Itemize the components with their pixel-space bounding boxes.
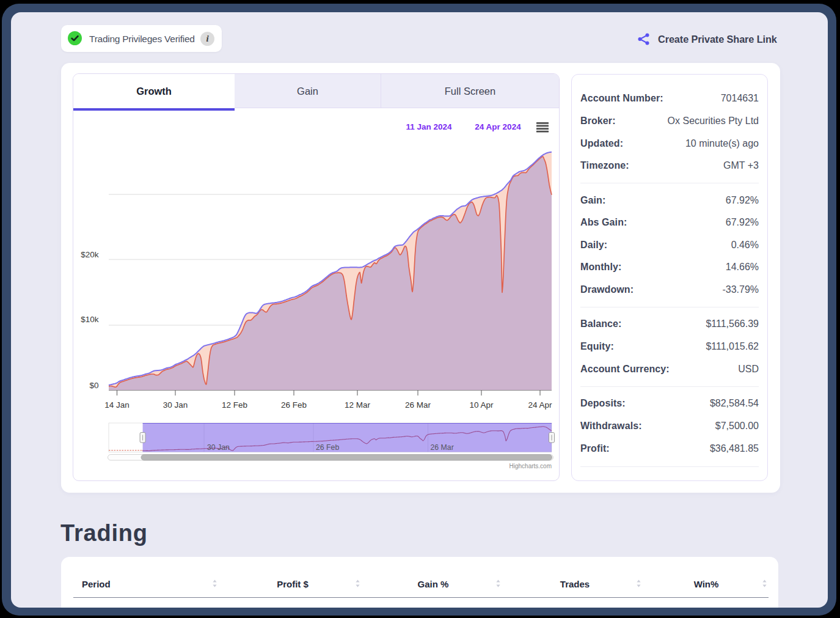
svg-text:11 Jan 2024: 11 Jan 2024 bbox=[406, 122, 452, 131]
svg-text:26 Feb: 26 Feb bbox=[316, 443, 339, 452]
svg-text:10 Apr: 10 Apr bbox=[469, 400, 494, 410]
svg-text:$0: $0 bbox=[89, 381, 98, 390]
svg-text:24 Apr 2024: 24 Apr 2024 bbox=[475, 122, 521, 131]
svg-text:24 Apr: 24 Apr bbox=[528, 400, 552, 410]
svg-text:26 Feb: 26 Feb bbox=[281, 400, 307, 410]
svg-text:$20k: $20k bbox=[81, 250, 99, 259]
svg-text:26 Mar: 26 Mar bbox=[431, 443, 454, 452]
svg-text:14 Jan: 14 Jan bbox=[104, 400, 130, 410]
svg-text:30 Jan: 30 Jan bbox=[163, 400, 188, 410]
svg-text:Highcharts.com: Highcharts.com bbox=[509, 463, 552, 469]
svg-text:26 Mar: 26 Mar bbox=[405, 400, 431, 410]
svg-text:$10k: $10k bbox=[81, 315, 99, 324]
svg-text:12 Feb: 12 Feb bbox=[222, 400, 247, 410]
svg-text:12 Mar: 12 Mar bbox=[345, 400, 371, 410]
svg-text:30 Jan: 30 Jan bbox=[207, 443, 230, 452]
